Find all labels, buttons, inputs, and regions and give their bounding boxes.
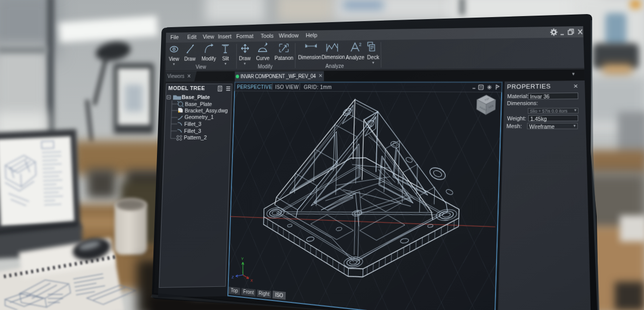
svg-text:Z: Z	[231, 275, 234, 279]
svg-text:Y: Y	[241, 257, 244, 261]
svg-text:2: 2	[359, 41, 361, 47]
svg-text:X: X	[251, 278, 253, 283]
